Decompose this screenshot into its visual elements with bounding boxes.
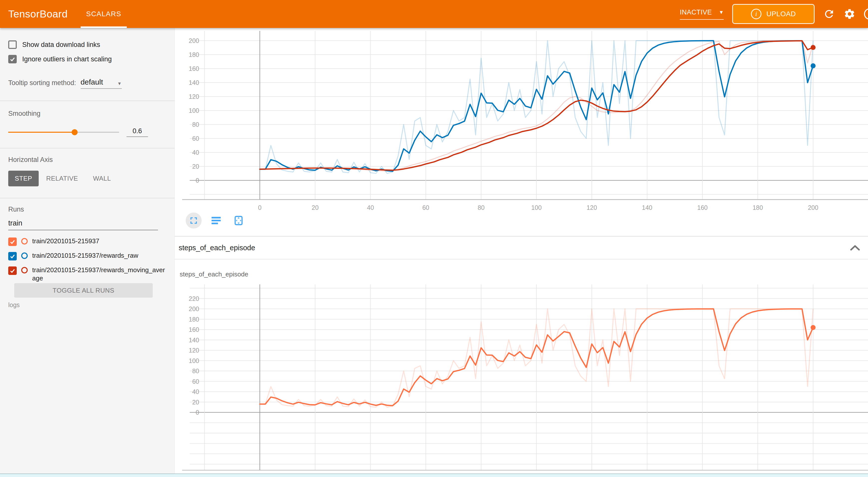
svg-text:100: 100 — [531, 204, 542, 211]
svg-text:160: 160 — [189, 326, 199, 333]
run-label: train/20201015-215937/rewards_moving_ave… — [32, 266, 168, 282]
svg-text:140: 140 — [642, 204, 652, 211]
checkbox-ignore-outliers[interactable]: Ignore outliers in chart scaling — [8, 55, 112, 63]
slider-thumb[interactable] — [72, 129, 78, 135]
horizontal-axis-buttons: STEP RELATIVE WALL — [8, 171, 119, 186]
svg-text:180: 180 — [189, 316, 199, 323]
svg-text:60: 60 — [422, 204, 429, 211]
axis-button-wall[interactable]: WALL — [86, 171, 119, 186]
tab-scalars-label: SCALARS — [86, 10, 121, 18]
run-row[interactable]: train/20201015-215937/rewards_moving_ave… — [8, 266, 168, 282]
svg-text:120: 120 — [587, 204, 597, 211]
pan-zoom-icon[interactable] — [230, 213, 247, 228]
smoothing-slider[interactable] — [8, 132, 119, 133]
axis-button-relative[interactable]: RELATIVE — [39, 171, 86, 186]
run-label: train/20201015-215937 — [32, 237, 168, 245]
steps-of-each-episode-chart-canvas[interactable]: 020406080100120140160180200220 — [175, 284, 868, 471]
run-color-radio-icon[interactable] — [21, 252, 28, 259]
run-color-radio-icon[interactable] — [21, 267, 28, 274]
caret-down-icon: ▼ — [117, 81, 122, 86]
svg-text:40: 40 — [367, 204, 374, 211]
svg-text:60: 60 — [192, 135, 199, 142]
svg-text:100: 100 — [189, 357, 199, 364]
svg-text:40: 40 — [192, 388, 199, 395]
horizontal-axis-label: Horizontal Axis — [8, 156, 53, 164]
axis-button-step[interactable]: STEP — [8, 171, 39, 186]
svg-text:160: 160 — [697, 204, 708, 211]
run-color-radio-icon[interactable] — [21, 238, 28, 245]
run-checkbox-icon[interactable] — [8, 252, 17, 260]
svg-text:80: 80 — [192, 121, 199, 128]
section-title: steps_of_each_episode — [179, 244, 255, 252]
svg-text:200: 200 — [189, 37, 199, 44]
upload-button[interactable]: i UPLOAD — [732, 4, 814, 24]
run-checkbox-icon[interactable] — [8, 237, 17, 246]
info-icon: i — [751, 9, 762, 19]
runs-list: train/20201015-215937 train/20201015-215… — [8, 237, 168, 282]
run-checkbox-icon[interactable] — [8, 266, 17, 275]
refresh-icon[interactable] — [823, 8, 835, 20]
svg-text:60: 60 — [192, 378, 199, 385]
settings-gear-icon[interactable] — [843, 8, 856, 20]
checkbox-label: Ignore outliers in chart scaling — [22, 55, 112, 63]
svg-text:160: 160 — [189, 65, 199, 72]
svg-text:0: 0 — [196, 177, 199, 184]
svg-text:80: 80 — [478, 204, 485, 211]
checkbox-label: Show data download links — [22, 41, 100, 49]
svg-text:120: 120 — [189, 347, 199, 354]
checkbox-unchecked-icon — [8, 40, 17, 49]
sidebar-divider — [0, 100, 175, 101]
help-icon[interactable]: ? — [864, 8, 868, 20]
svg-text:80: 80 — [192, 368, 199, 375]
tooltip-sorting-row: Tooltip sorting method: default ▼ — [8, 78, 122, 89]
svg-text:140: 140 — [189, 79, 199, 86]
svg-text:220: 220 — [189, 295, 199, 302]
run-label: train/20201015-215937/rewards_raw — [32, 252, 168, 260]
svg-text:0: 0 — [258, 204, 261, 211]
tab-scalars[interactable]: SCALARS — [81, 0, 127, 28]
upload-label: UPLOAD — [767, 10, 796, 18]
run-row[interactable]: train/20201015-215937 — [8, 237, 168, 246]
toggle-all-runs-button[interactable]: TOGGLE ALL RUNS — [14, 283, 153, 298]
smoothing-label: Smoothing — [8, 110, 40, 118]
charts-area: 0204060801001201401601802000204060801001… — [175, 28, 868, 474]
tooltip-sorting-value: default — [81, 78, 103, 86]
sidebar-divider — [0, 198, 175, 198]
tooltip-sorting-dropdown[interactable]: default ▼ — [81, 78, 122, 89]
sidebar-divider — [0, 148, 175, 149]
tooltip-sorting-label: Tooltip sorting method: — [8, 79, 76, 89]
status-value: INACTIVE — [680, 8, 712, 16]
svg-text:180: 180 — [752, 204, 763, 211]
horizontal-scrollbar[interactable] — [0, 474, 868, 477]
header-actions: INACTIVE ▼ i UPLOAD ? — [680, 4, 868, 24]
svg-text:20: 20 — [192, 163, 199, 170]
logs-label: logs — [8, 301, 20, 309]
svg-text:20: 20 — [192, 399, 199, 406]
checkbox-checked-icon — [8, 55, 17, 63]
chevron-up-icon[interactable] — [849, 244, 861, 251]
svg-text:0: 0 — [196, 409, 199, 416]
smoothing-value-input[interactable]: 0.6 — [127, 127, 148, 137]
svg-text:200: 200 — [808, 204, 818, 211]
runs-label: Runs — [8, 205, 24, 213]
chart-toolbar — [186, 213, 247, 228]
checkbox-show-download-links[interactable]: Show data download links — [8, 40, 100, 49]
app-title: TensorBoard — [8, 8, 68, 20]
smoothing-slider-row: 0.6 — [8, 127, 148, 137]
section-header-steps-of-each-episode[interactable]: steps_of_each_episode — [175, 236, 868, 259]
runs-filter-input[interactable] — [8, 219, 158, 230]
settings-sidebar: Show data download links Ignore outliers… — [0, 28, 175, 474]
run-row[interactable]: train/20201015-215937/rewards_raw — [8, 252, 168, 260]
svg-text:40: 40 — [192, 149, 199, 156]
svg-text:20: 20 — [312, 204, 319, 211]
rewards-chart-canvas[interactable]: 0204060801001201401601802000204060801001… — [175, 31, 868, 212]
app-header: TensorBoard SCALARS INACTIVE ▼ i UPLOAD … — [0, 0, 868, 28]
data-lines-icon[interactable] — [208, 213, 224, 228]
svg-text:100: 100 — [189, 107, 199, 114]
chart-card-title: steps_of_each_episode — [180, 271, 248, 278]
svg-text:180: 180 — [189, 51, 199, 58]
status-dropdown[interactable]: INACTIVE ▼ — [680, 8, 724, 20]
svg-text:140: 140 — [189, 337, 199, 344]
caret-down-icon: ▼ — [719, 9, 724, 15]
fullscreen-icon[interactable] — [186, 213, 202, 228]
